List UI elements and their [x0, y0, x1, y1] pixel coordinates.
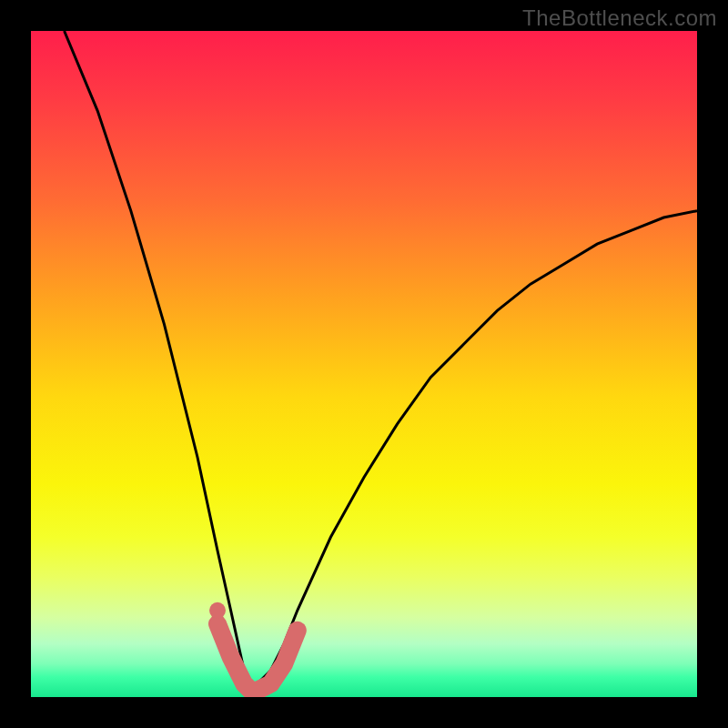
sweet-spot-highlight — [217, 624, 298, 691]
plot-area — [31, 31, 697, 697]
chart-frame: TheBottleneck.com — [0, 0, 728, 728]
bottleneck-curve-svg — [31, 31, 697, 697]
bottleneck-curve — [65, 31, 697, 683]
watermark-text: TheBottleneck.com — [522, 5, 717, 31]
marker-dot-icon — [209, 602, 226, 619]
